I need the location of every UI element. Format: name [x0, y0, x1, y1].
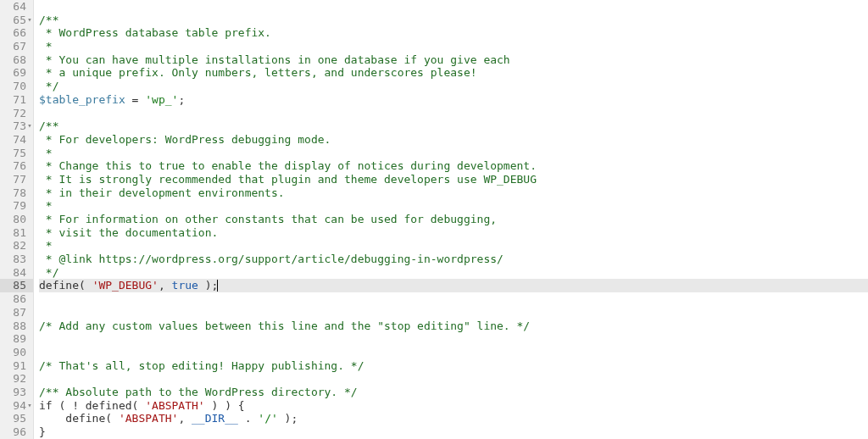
code-token: * visit the documentation. — [39, 226, 218, 239]
code-token: * — [39, 147, 53, 159]
code-token: * — [39, 239, 53, 252]
line-number: 90 — [0, 346, 33, 359]
code-line[interactable] — [39, 372, 868, 386]
code-line[interactable] — [39, 306, 868, 320]
code-line[interactable]: * — [39, 40, 868, 53]
code-line[interactable] — [39, 107, 868, 120]
code-token: ); — [198, 279, 218, 292]
code-line[interactable]: define( 'ABSPATH', __DIR__ . '/' ); — [39, 412, 868, 425]
line-number: 96 — [0, 425, 33, 439]
line-number: 84 — [0, 266, 33, 280]
code-token: */ — [39, 266, 58, 279]
code-token: if ( ! defined( — [39, 399, 145, 412]
code-area[interactable]: /** * WordPress database table prefix. *… — [34, 0, 868, 439]
code-line[interactable]: * For information on other constants tha… — [39, 213, 868, 226]
code-token: ; — [178, 93, 185, 106]
code-token: 'wp_' — [145, 93, 178, 106]
code-token: '/' — [258, 412, 277, 425]
code-token: __DIR__ — [192, 412, 238, 425]
code-line[interactable] — [39, 0, 868, 14]
line-number: 83 — [0, 253, 33, 266]
line-number: 89 — [0, 332, 33, 346]
code-token: } — [39, 425, 46, 438]
code-token: . — [238, 412, 258, 425]
line-number: 77 — [0, 173, 33, 186]
code-token: * For developers: WordPress debugging mo… — [39, 133, 331, 146]
code-line[interactable]: * You can have multiple installations in… — [39, 53, 868, 67]
line-number: 82 — [0, 239, 33, 253]
line-number: 94▾ — [0, 399, 33, 413]
line-number: 66 — [0, 26, 33, 40]
fold-toggle-icon[interactable]: ▾ — [25, 14, 34, 27]
line-number: 69 — [0, 66, 33, 80]
line-number: 92 — [0, 372, 33, 386]
code-token: define( — [39, 412, 119, 425]
code-line[interactable]: * @link https://wordpress.org/support/ar… — [39, 253, 868, 266]
code-line[interactable] — [39, 332, 868, 346]
code-line[interactable]: /* Add any custom values between this li… — [39, 320, 868, 333]
code-line[interactable]: $table_prefix = 'wp_'; — [39, 93, 868, 107]
code-token: * @link https://wordpress.org/support/ar… — [39, 253, 504, 265]
line-number: 93 — [0, 386, 33, 399]
line-number: 68 — [0, 53, 33, 67]
line-number: 71 — [0, 93, 33, 107]
code-line[interactable]: * Change this to true to enable the disp… — [39, 159, 868, 173]
code-line[interactable]: * — [39, 147, 868, 160]
code-line[interactable]: * in their development environments. — [39, 186, 868, 200]
code-token: 'ABSPATH' — [119, 412, 178, 425]
code-token: /** — [39, 119, 58, 132]
code-token: /* Add any custom values between this li… — [39, 320, 530, 332]
code-token: * You can have multiple installations in… — [39, 53, 510, 66]
code-line[interactable] — [39, 346, 868, 359]
line-number: 73▾ — [0, 119, 33, 133]
code-token: /** — [39, 14, 58, 26]
code-token: true — [172, 279, 198, 292]
code-line[interactable]: * — [39, 239, 868, 253]
code-token: * WordPress database table prefix. — [39, 26, 271, 39]
code-line[interactable]: } — [39, 425, 868, 439]
line-number: 78 — [0, 186, 33, 200]
text-cursor — [217, 280, 218, 292]
code-token: , — [178, 412, 192, 425]
fold-toggle-icon[interactable]: ▾ — [25, 119, 34, 133]
code-line[interactable] — [39, 292, 868, 306]
line-number: 88 — [0, 320, 33, 333]
code-token: * Change this to true to enable the disp… — [39, 159, 537, 172]
code-line[interactable]: if ( ! defined( 'ABSPATH' ) ) { — [39, 399, 868, 413]
line-number: 85 — [0, 279, 33, 292]
code-line[interactable]: * For developers: WordPress debugging mo… — [39, 133, 868, 147]
line-number: 65▾ — [0, 14, 33, 27]
code-token: 'WP_DEBUG' — [92, 279, 159, 292]
line-number: 80 — [0, 213, 33, 226]
line-number-gutter: 6465▾6667686970717273▾747576777879808182… — [0, 0, 34, 439]
code-line[interactable]: * visit the documentation. — [39, 226, 868, 240]
code-editor[interactable]: 6465▾6667686970717273▾747576777879808182… — [0, 0, 868, 439]
code-token: , — [159, 279, 172, 292]
code-token: * — [39, 40, 53, 53]
code-line[interactable]: * — [39, 199, 868, 213]
code-token: $table_prefix — [39, 93, 125, 106]
code-token: = — [125, 93, 145, 106]
line-number: 87 — [0, 306, 33, 320]
code-token: * It is strongly recommended that plugin… — [39, 173, 537, 186]
code-token: * For information on other constants tha… — [39, 213, 497, 225]
line-number: 75 — [0, 147, 33, 160]
fold-toggle-icon[interactable]: ▾ — [25, 399, 34, 413]
code-line[interactable]: /** — [39, 14, 868, 27]
line-number: 64 — [0, 0, 33, 14]
code-line[interactable]: * WordPress database table prefix. — [39, 26, 868, 40]
code-line[interactable]: /* That's all, stop editing! Happy publi… — [39, 359, 868, 373]
code-token: * a unique prefix. Only numbers, letters… — [39, 66, 477, 79]
code-line[interactable]: */ — [39, 266, 868, 280]
code-token: 'ABSPATH' — [145, 399, 204, 412]
code-line[interactable]: */ — [39, 80, 868, 93]
code-token: * in their development environments. — [39, 186, 285, 199]
code-line[interactable]: /** — [39, 119, 868, 133]
code-line[interactable]: /** Absolute path to the WordPress direc… — [39, 386, 868, 399]
line-number: 79 — [0, 199, 33, 213]
code-token: ); — [278, 412, 298, 425]
line-number: 74 — [0, 133, 33, 147]
code-line[interactable]: * It is strongly recommended that plugin… — [39, 173, 868, 186]
code-line[interactable]: * a unique prefix. Only numbers, letters… — [39, 66, 868, 80]
code-line[interactable]: define( 'WP_DEBUG', true ); — [39, 279, 868, 292]
